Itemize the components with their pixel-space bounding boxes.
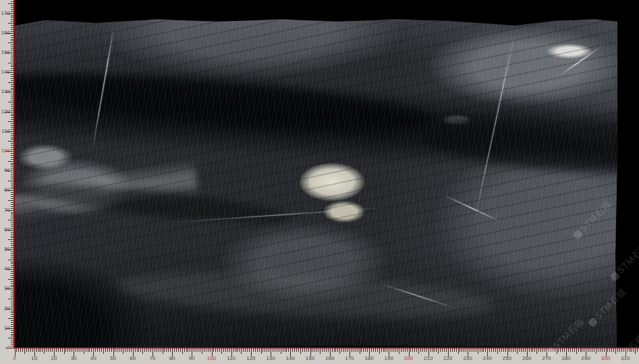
- ruler-tick: [560, 348, 561, 352]
- ruler-tick: [407, 348, 408, 352]
- ruler-tick: [430, 348, 431, 352]
- ruler-tick: [532, 348, 533, 352]
- ruler-tick: [464, 348, 464, 352]
- ruler-tick: [345, 348, 346, 352]
- ruler-tick: [46, 348, 47, 352]
- ruler-tick: [44, 348, 45, 354]
- ruler-tick: [613, 348, 614, 352]
- ruler-tick: [635, 348, 636, 354]
- slab-scan-image: 0102030405060708090100110120130140150160…: [0, 0, 639, 364]
- ruler-tick: [418, 348, 419, 354]
- ruler-tick: [335, 348, 336, 352]
- ruler-tick: [72, 348, 72, 352]
- ruler-tick: [438, 348, 439, 354]
- ruler-tick: [208, 348, 209, 352]
- ruler-tick: [62, 348, 63, 352]
- ruler-label: 10: [31, 356, 37, 361]
- ruler-tick: [454, 348, 455, 352]
- ruler-tick: [549, 348, 549, 352]
- watermark-text: STM石猫: [615, 240, 639, 276]
- ruler-tick: [491, 348, 492, 352]
- ruler-tick: [318, 348, 318, 352]
- ruler-tick: [426, 348, 427, 352]
- ruler-tick: [64, 348, 65, 354]
- ruler-tick: [219, 348, 220, 352]
- ruler-tick: [474, 348, 474, 352]
- ruler-tick: [164, 348, 165, 352]
- ruler-tick: [70, 348, 70, 352]
- ruler-label: 100: [0, 148, 10, 154]
- ruler-tick: [511, 348, 511, 352]
- ruler-tick: [101, 348, 102, 352]
- ruler-tick: [609, 348, 610, 352]
- ruler-tick: [86, 348, 86, 352]
- ruler-tick: [131, 348, 132, 352]
- ruler-tick: [255, 348, 256, 352]
- ruler-label: 20: [0, 306, 10, 311]
- ruler-tick: [273, 348, 273, 352]
- ruler-tick: [306, 348, 307, 352]
- ruler-tick: [383, 348, 384, 352]
- ruler-tick: [458, 348, 459, 354]
- ruler-tick: [466, 348, 466, 352]
- ruler-tick: [633, 348, 634, 352]
- ruler-label: 130: [0, 89, 10, 94]
- ruler-tick: [424, 348, 425, 352]
- ruler-tick: [157, 348, 157, 352]
- ruler-label: 30: [0, 286, 10, 291]
- ruler-tick: [294, 348, 295, 352]
- ruler-tick: [572, 348, 573, 352]
- ruler-tick: [493, 348, 494, 352]
- ruler-tick: [182, 348, 183, 354]
- ruler-label: 40: [0, 266, 10, 272]
- ruler-tick: [412, 348, 413, 352]
- ruler-tick: [186, 348, 187, 352]
- ruler-tick: [410, 348, 411, 352]
- ruler-tick: [135, 348, 136, 352]
- ruler-tick: [30, 348, 31, 352]
- ruler-tick: [138, 348, 139, 352]
- ruler-tick: [40, 348, 40, 352]
- ruler-tick: [360, 348, 360, 354]
- ruler-tick: [489, 348, 490, 352]
- ruler-label: 210: [424, 356, 433, 361]
- ruler-tick: [247, 348, 248, 352]
- ruler-tick: [243, 348, 244, 352]
- ruler-tick: [476, 348, 476, 352]
- ruler-tick: [485, 348, 486, 352]
- ruler-tick: [97, 348, 98, 352]
- ruler-tick: [615, 348, 616, 354]
- ruler-tick: [168, 348, 169, 352]
- ruler-tick: [32, 348, 33, 352]
- ruler-tick: [564, 348, 565, 352]
- ruler-tick: [621, 348, 622, 352]
- ruler-tick: [206, 348, 206, 352]
- ruler-tick: [361, 348, 362, 352]
- ruler-tick: [142, 348, 143, 354]
- ruler-label: 40: [90, 356, 96, 361]
- ruler-tick: [259, 348, 260, 352]
- ruler-tick: [194, 348, 194, 352]
- ruler-tick: [322, 348, 323, 352]
- ruler-tick: [265, 348, 265, 352]
- slab-photo: [15, 19, 617, 347]
- ruler-label: 120: [246, 356, 255, 361]
- ruler-tick: [269, 348, 269, 352]
- ruler-tick: [334, 348, 335, 352]
- ruler-tick: [217, 348, 218, 352]
- ruler-tick: [60, 348, 61, 352]
- ruler-tick: [341, 348, 342, 352]
- ruler-tick: [377, 348, 378, 352]
- ruler-tick: [434, 348, 435, 352]
- ruler-baseline-horizontal: [13, 347, 639, 348]
- ruler-tick: [18, 348, 19, 352]
- ruler-tick: [316, 348, 316, 352]
- ruler-tick: [117, 348, 117, 352]
- ruler-tick: [462, 348, 462, 352]
- ruler-tick: [371, 348, 372, 352]
- ruler-tick: [288, 348, 289, 352]
- ruler-tick: [482, 348, 482, 352]
- ruler-tick: [580, 348, 581, 352]
- ruler-tick: [540, 348, 541, 352]
- ruler-label: 70: [149, 356, 155, 361]
